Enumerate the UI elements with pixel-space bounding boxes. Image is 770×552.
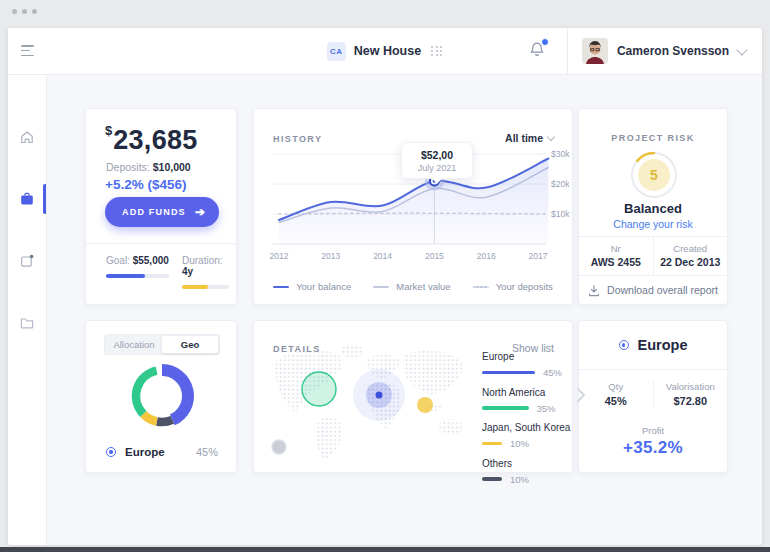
region-list: Europe 45% North America 35% Japan, Sout… bbox=[482, 351, 562, 493]
currency-symbol: $ bbox=[105, 123, 112, 138]
home-icon bbox=[19, 129, 35, 145]
history-card: HISTORY All time $30k$20k$10k20122013201… bbox=[253, 108, 573, 305]
donut-segment-north-america bbox=[136, 371, 157, 414]
tooltip-date: July 2021 bbox=[404, 163, 470, 173]
next-region-chevron[interactable] bbox=[576, 387, 586, 403]
risk-heading: PROJECT RISK bbox=[579, 133, 727, 143]
valorisation-cell: Valorisation $72.80 bbox=[653, 381, 728, 407]
region-bar bbox=[482, 371, 535, 375]
svg-text:2016: 2016 bbox=[477, 251, 496, 261]
sidebar-item-portfolio[interactable] bbox=[8, 179, 46, 219]
briefcase-icon bbox=[19, 191, 35, 207]
svg-text:2015: 2015 bbox=[425, 251, 444, 261]
geo-donut-chart bbox=[123, 357, 201, 435]
balance-amount: 23,685 bbox=[113, 125, 197, 155]
donut-legend-row: Europe 45% bbox=[86, 446, 236, 458]
donut-segment-japan-south-korea bbox=[143, 414, 157, 421]
add-funds-button[interactable]: ADD FUNDS ➔ bbox=[105, 197, 219, 227]
deposits-line: Deposits: $10,000 bbox=[106, 161, 191, 173]
region-bar bbox=[482, 406, 529, 410]
workspace-badge[interactable]: CA bbox=[327, 42, 346, 61]
change-risk-link[interactable]: Change your risk bbox=[579, 218, 727, 230]
list-item[interactable]: North America 35% bbox=[482, 387, 562, 414]
map-bubble-others[interactable] bbox=[272, 440, 286, 454]
target-icon bbox=[619, 340, 629, 350]
svg-text:$10k: $10k bbox=[551, 209, 570, 219]
legend-your-balance: Your balance bbox=[273, 281, 351, 292]
nr-value: AWS 2455 bbox=[579, 256, 653, 268]
topbar: CA New House bbox=[8, 28, 762, 75]
region-bar bbox=[482, 477, 502, 481]
legend-your-deposits: Your deposits bbox=[473, 281, 553, 292]
list-item[interactable]: Europe 45% bbox=[482, 351, 562, 378]
divider bbox=[86, 243, 236, 244]
chevron-down-icon bbox=[736, 44, 747, 55]
tab-allocation[interactable]: Allocation bbox=[106, 336, 162, 353]
svg-text:2012: 2012 bbox=[270, 251, 289, 261]
donut-legend-pct: 45% bbox=[196, 446, 218, 458]
svg-text:2014: 2014 bbox=[373, 251, 392, 261]
sidebar-item-export[interactable] bbox=[8, 241, 46, 281]
download-report-button[interactable]: Download overall report bbox=[579, 274, 727, 306]
active-indicator bbox=[43, 184, 46, 214]
apps-grid-icon[interactable] bbox=[431, 46, 443, 56]
page-title: New House bbox=[354, 44, 421, 58]
avatar bbox=[582, 38, 608, 64]
screen: CA New House bbox=[0, 0, 770, 552]
nr-cell: Nr AWS 2455 bbox=[579, 237, 653, 275]
map-bubble-north-america[interactable] bbox=[302, 372, 336, 406]
line-swatch bbox=[273, 286, 289, 288]
svg-text:2017: 2017 bbox=[529, 251, 548, 261]
history-line-chart: $30k$20k$10k201220132014201520162017 bbox=[254, 109, 574, 306]
chart-legend: Your balance Market value Your deposits bbox=[254, 281, 572, 292]
folder-icon bbox=[19, 315, 35, 331]
donut-segment-europe bbox=[162, 370, 188, 420]
window-controls[interactable] bbox=[12, 9, 37, 14]
target-icon bbox=[106, 447, 116, 457]
balance-change: +5.2% ($456) bbox=[105, 177, 186, 192]
map-bubble-europe[interactable] bbox=[353, 369, 405, 421]
created-cell: Created 22 Dec 2013 bbox=[653, 237, 728, 275]
taskbar bbox=[0, 547, 770, 552]
risk-info-row: Nr AWS 2455 Created 22 Dec 2013 bbox=[579, 236, 727, 276]
svg-text:$30k: $30k bbox=[551, 149, 570, 159]
region-bar bbox=[482, 442, 502, 446]
dotted-swatch bbox=[473, 286, 489, 288]
sidebar bbox=[8, 75, 47, 545]
line-swatch bbox=[373, 286, 389, 288]
show-list-link[interactable]: Show list bbox=[512, 342, 554, 354]
project-risk-card: PROJECT RISK 5 Balanced Change your risk… bbox=[578, 108, 728, 305]
details-card: DETAILS Show list bbox=[253, 320, 573, 473]
download-icon bbox=[588, 284, 600, 297]
donut-segment-others bbox=[157, 420, 172, 422]
tab-geo[interactable]: Geo bbox=[162, 336, 218, 353]
region-detail-card: Europe Qty 45% Valorisation $72.80 Profi… bbox=[578, 320, 728, 473]
app-window: CA New House bbox=[8, 28, 762, 545]
sidebar-item-home[interactable] bbox=[8, 117, 46, 157]
balance-card: $23,685 Deposits: $10,000 +5.2% ($456) A… bbox=[85, 108, 237, 305]
duration-value: 4y bbox=[182, 266, 193, 277]
chart-tooltip: $52,00 July 2021 bbox=[401, 142, 473, 179]
region-title: Europe bbox=[638, 337, 688, 353]
profit-value: +35.2% bbox=[579, 438, 727, 458]
arrow-right-icon: ➔ bbox=[195, 205, 205, 219]
tooltip-value: $52,00 bbox=[404, 149, 470, 161]
user-menu[interactable]: Cameron Svensson bbox=[568, 38, 762, 64]
notifications-button[interactable] bbox=[529, 41, 545, 62]
allocation-card: Allocation Geo Europe 45% bbox=[85, 320, 237, 473]
list-item[interactable]: Others 10% bbox=[482, 458, 562, 485]
sidebar-item-files[interactable] bbox=[8, 303, 46, 343]
total-balance: $23,685 bbox=[105, 123, 198, 156]
details-heading: DETAILS bbox=[273, 344, 321, 354]
valorisation-value: $72.80 bbox=[654, 395, 728, 407]
user-name: Cameron Svensson bbox=[617, 44, 729, 58]
qty-cell: Qty 45% bbox=[579, 381, 653, 407]
svg-text:$20k: $20k bbox=[551, 179, 570, 189]
qty-value: 45% bbox=[579, 395, 653, 407]
deposits-value: $10,000 bbox=[153, 161, 191, 173]
list-item[interactable]: Japan, South Korea 10% bbox=[482, 422, 562, 449]
map-bubble-asia[interactable] bbox=[417, 397, 433, 413]
donut-legend-label: Europe bbox=[125, 446, 165, 458]
goal-progress: Goal: $55,000 bbox=[106, 255, 169, 278]
risk-level: Balanced bbox=[579, 201, 727, 216]
